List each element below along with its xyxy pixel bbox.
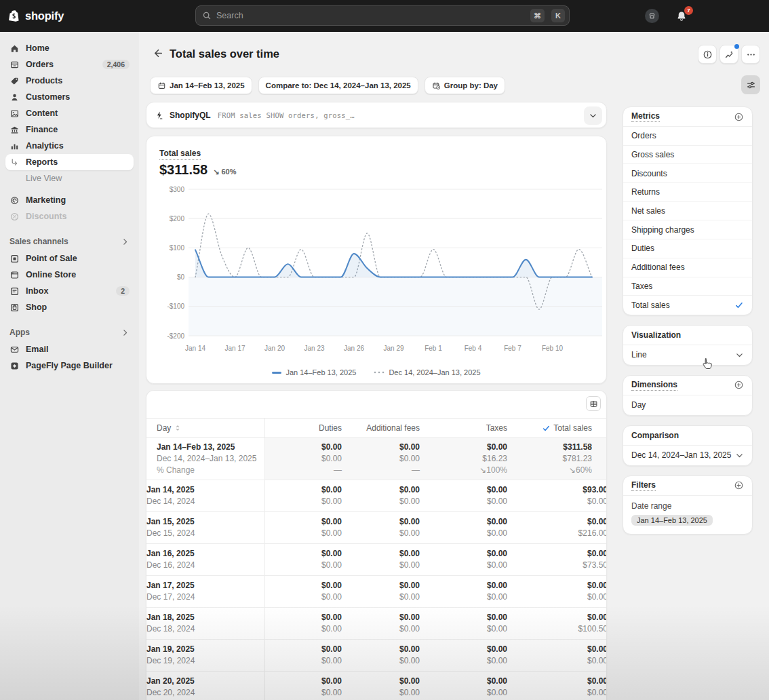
sidebar-item-point-of-sale[interactable]: Point of Sale — [5, 250, 134, 267]
sidebar-item-pagefly-page-builder[interactable]: PageFly Page Builder — [5, 357, 134, 374]
value-cell: $0.00$0.00 — [420, 608, 507, 639]
sidebar-item-customers[interactable]: Customers — [5, 89, 134, 105]
chart-metric-label[interactable]: Total sales — [159, 149, 201, 160]
sidebar-item-email[interactable]: Email — [5, 341, 134, 357]
sidebar-item-orders[interactable]: Orders2,406 — [5, 56, 134, 73]
info-button[interactable] — [698, 45, 717, 64]
table-view-button[interactable] — [586, 396, 601, 411]
value-cell: $0.00$0.00 — [342, 480, 420, 511]
date-range-pill[interactable]: Jan 14–Feb 13, 2025 — [150, 77, 252, 94]
sidebar-section-sales-channels[interactable]: Sales channels — [5, 233, 134, 250]
notifications-button[interactable]: 7 — [674, 9, 689, 24]
lightning-icon — [155, 111, 164, 120]
column-header-taxes[interactable]: Taxes — [420, 423, 507, 433]
insights-button[interactable] — [719, 45, 738, 64]
summary-value-cell: $0.00$0.00— — [342, 438, 420, 480]
value-cell: $0.00$0.00 — [265, 672, 342, 700]
metric-item-gross-sales[interactable]: Gross sales — [623, 146, 752, 165]
comparison-header: Comparison — [623, 426, 752, 446]
svg-text:$100: $100 — [170, 244, 185, 252]
add-metric-button[interactable] — [734, 112, 744, 122]
metric-item-additional-fees[interactable]: Additional fees — [623, 258, 752, 277]
metric-item-shipping-charges[interactable]: Shipping charges — [623, 220, 752, 239]
day-cell: Jan 17, 2025Dec 17, 2024 — [146, 576, 265, 607]
sidebar-item-products[interactable]: Products — [5, 73, 134, 89]
shopify-logo[interactable]: shopify — [7, 0, 64, 32]
value-cell: $0.00$0.00 — [420, 576, 507, 607]
metric-item-net-sales[interactable]: Net sales — [623, 202, 752, 221]
add-filter-button[interactable] — [734, 480, 744, 490]
column-header-total-sales[interactable]: Total sales — [507, 423, 607, 433]
sidebar-item-analytics[interactable]: Analytics — [5, 138, 134, 154]
sidebar-item-home[interactable]: Home — [5, 40, 134, 56]
store-avatar-button[interactable] — [644, 9, 659, 24]
column-header-day[interactable]: Day — [146, 419, 265, 438]
shopifyql-expand-button[interactable] — [584, 106, 602, 125]
value-cell: $0.00$0.00 — [342, 672, 420, 700]
sidebar-item-reports[interactable]: Reports — [5, 154, 134, 170]
metric-item-duties[interactable]: Duties — [623, 239, 752, 258]
metric-change: ↘ 60% — [213, 168, 236, 176]
value-cell: $0.00$0.00 — [342, 576, 420, 607]
sidebar-section-apps[interactable]: Apps — [5, 324, 134, 341]
dimension-item-day[interactable]: Day — [623, 395, 752, 415]
icon-spacer — [9, 174, 20, 184]
marketing-icon — [9, 195, 20, 206]
metric-item-discounts[interactable]: Discounts — [623, 164, 752, 183]
metric-item-label: Duties — [631, 244, 654, 253]
table-card: DayDutiesAdditional feesTaxesTotal sales… — [146, 390, 607, 700]
metric-item-label: Orders — [631, 131, 656, 140]
svg-text:Jan 29: Jan 29 — [383, 345, 403, 352]
page-title: Total sales over time — [170, 47, 279, 60]
back-arrow-icon — [153, 47, 164, 59]
column-header-duties[interactable]: Duties — [265, 423, 342, 433]
back-button[interactable] — [150, 44, 167, 62]
summary-day-cell: Jan 14–Feb 13, 2025Dec 14, 2024–Jan 13, … — [146, 438, 265, 480]
value-cell: $0.00$0.00 — [265, 480, 342, 511]
table-row-jan-19-2025: Jan 19, 2025Dec 19, 2024$0.00$0.00$0.00$… — [146, 639, 606, 671]
date-range-filter-tag[interactable]: Jan 14–Feb 13, 2025 — [631, 515, 713, 526]
metric-item-total-sales[interactable]: Total sales — [623, 296, 752, 315]
comparison-select[interactable]: Dec 14, 2024–Jan 13, 2025 — [623, 446, 752, 465]
visualization-select[interactable]: Line — [623, 345, 752, 365]
svg-text:$0: $0 — [177, 273, 185, 281]
header-actions — [698, 45, 760, 64]
svg-text:Jan 26: Jan 26 — [344, 345, 364, 352]
legend-item-dec-14-2024-jan-13-2025: Dec 14, 2024–Jan 13, 2025 — [374, 368, 480, 376]
visualization-value: Line — [631, 350, 647, 359]
sidebar-item-content[interactable]: Content — [5, 105, 134, 121]
customize-panel-toggle[interactable] — [741, 75, 760, 94]
value-cell: $0.00$0.00 — [420, 672, 507, 700]
day-cell: Jan 18, 2025Dec 18, 2024 — [146, 608, 265, 639]
more-actions-button[interactable] — [741, 45, 760, 64]
shopifyql-bar[interactable]: ShopifyQL FROM sales SHOW orders, gross_… — [146, 102, 607, 128]
sidebar-item-finance[interactable]: Finance — [5, 121, 134, 138]
group-by-pill[interactable]: Group by: Day — [425, 77, 505, 94]
visualization-header: Visualization — [623, 326, 752, 345]
metric-item-orders[interactable]: Orders — [623, 127, 752, 146]
analytics-icon — [9, 141, 20, 151]
metric-item-taxes[interactable]: Taxes — [623, 277, 752, 296]
svg-text:$300: $300 — [170, 186, 185, 193]
cmd-key-badge: ⌘ — [530, 9, 545, 22]
search-input[interactable] — [216, 11, 524, 20]
sidebar-item-label: Online Store — [26, 270, 76, 279]
global-search[interactable]: ⌘ K — [195, 5, 570, 26]
sidebar-item-shop[interactable]: Shop — [5, 299, 134, 315]
sidebar-item-online-store[interactable]: Online Store — [5, 267, 134, 283]
column-header-additional-fees[interactable]: Additional fees — [342, 423, 420, 433]
customize-panel: Metrics OrdersGross salesDiscountsReturn… — [623, 106, 753, 534]
sidebar-item-live-view[interactable]: Live View — [5, 170, 134, 187]
shopify-logo-text: shopify — [25, 9, 64, 22]
corner-arrow-icon — [9, 157, 20, 168]
compare-to-pill[interactable]: Compare to: Dec 14, 2024–Jan 13, 2025 — [258, 77, 418, 94]
value-cell: $0.00$0.00 — [342, 640, 420, 671]
summary-value-cell: $0.00$16.23↘100% — [420, 438, 507, 480]
sidebar-item-inbox[interactable]: Inbox2 — [5, 283, 134, 299]
sidebar-item-marketing[interactable]: Marketing — [5, 192, 134, 208]
metric-item-returns[interactable]: Returns — [623, 183, 752, 202]
add-dimension-button[interactable] — [734, 380, 744, 390]
day-cell: Jan 16, 2025Dec 16, 2024 — [146, 544, 265, 575]
comparison-value: Dec 14, 2024–Jan 13, 2025 — [631, 450, 731, 460]
table-row-jan-17-2025: Jan 17, 2025Dec 17, 2024$0.00$0.00$0.00$… — [146, 575, 606, 607]
